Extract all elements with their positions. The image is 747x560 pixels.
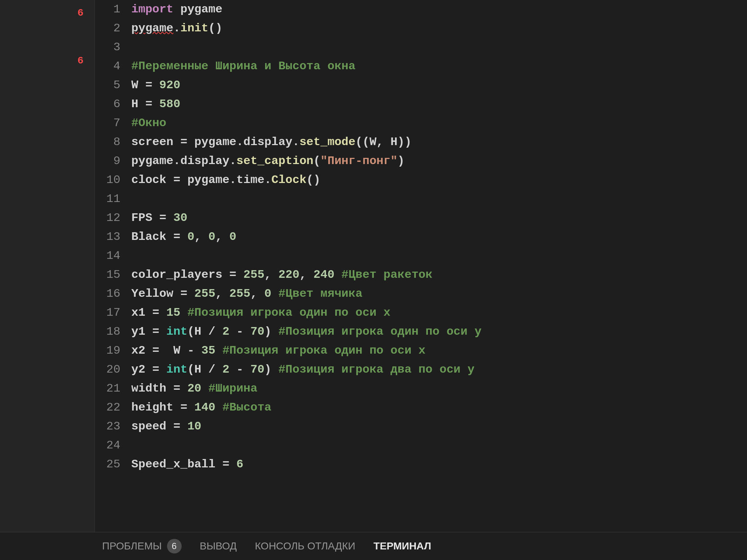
- code-token: .: [173, 154, 180, 168]
- code-token: screen: [131, 135, 180, 149]
- code-token: #Цвет ракеток: [341, 268, 433, 281]
- code-line[interactable]: color_players = 255, 220, 240 #Цвет раке…: [131, 265, 747, 284]
- code-token: #Переменные Ширина и Высота окна: [131, 59, 356, 73]
- code-token: 140: [194, 401, 216, 414]
- code-line[interactable]: Black = 0, 0, 0: [131, 228, 747, 246]
- code-line[interactable]: [131, 190, 747, 209]
- code-line[interactable]: height = 140 #Высота: [131, 398, 747, 417]
- code-token: y2: [131, 363, 152, 376]
- code-token: x2: [131, 344, 152, 357]
- problems-sidebar: 6 6: [0, 0, 95, 532]
- code-token: ): [264, 363, 278, 376]
- code-token: Clock: [271, 173, 306, 187]
- code-content[interactable]: import pygamepygame.init()#Переменные Ши…: [131, 0, 747, 474]
- code-line[interactable]: pygame.init(): [131, 19, 747, 38]
- code-line[interactable]: x1 = 15 #Позиция игрока один по оси х: [131, 303, 747, 322]
- code-token: #Окно: [131, 116, 166, 130]
- code-token: 20: [187, 382, 201, 395]
- line-number: 12: [95, 209, 120, 228]
- code-token: speed: [131, 420, 173, 433]
- code-token: ,: [299, 268, 313, 281]
- code-token: 240: [313, 268, 334, 281]
- code-token: 70: [250, 325, 264, 338]
- code-token: #Позиция игрока один по оси у: [278, 325, 481, 338]
- code-token: ,: [264, 268, 278, 281]
- code-token: [180, 306, 187, 319]
- code-line[interactable]: [131, 436, 747, 455]
- code-editor[interactable]: 1234567891011121314151617181920212223242…: [95, 0, 747, 532]
- tab-output-label: ВЫВОД: [200, 540, 237, 552]
- code-line[interactable]: screen = pygame.display.set_mode((W, H)): [131, 133, 747, 152]
- code-line[interactable]: speed = 10: [131, 417, 747, 436]
- tab-problems-label: ПРОБЛЕМЫ: [102, 540, 162, 552]
- code-line[interactable]: H = 580: [131, 95, 747, 114]
- code-token: =: [145, 78, 159, 92]
- code-token: -: [229, 363, 251, 376]
- code-line[interactable]: y2 = int(H / 2 - 70) #Позиция игрока два…: [131, 360, 747, 379]
- code-token: color_players: [131, 268, 229, 281]
- line-number: 18: [95, 322, 120, 341]
- line-number: 3: [95, 38, 120, 57]
- code-token: 0: [208, 230, 215, 244]
- code-token: H: [131, 97, 145, 111]
- code-line[interactable]: y1 = int(H / 2 - 70) #Позиция игрока оди…: [131, 322, 747, 341]
- line-number: 24: [95, 436, 120, 455]
- code-line[interactable]: #Окно: [131, 114, 747, 133]
- code-line[interactable]: Speed_x_ball = 6: [131, 455, 747, 474]
- code-line[interactable]: FPS = 30: [131, 209, 747, 228]
- code-token: pygame: [187, 173, 229, 187]
- problem-count-badge-1: 6: [0, 7, 94, 19]
- code-line[interactable]: [131, 38, 747, 57]
- code-token: ,: [215, 287, 229, 300]
- line-number: 8: [95, 133, 120, 152]
- code-token: set_mode: [299, 135, 356, 149]
- code-token: (: [313, 154, 320, 168]
- code-token: height: [131, 401, 180, 414]
- tab-problems[interactable]: ПРОБЛЕМЫ 6: [102, 539, 182, 553]
- code-token: =: [222, 458, 236, 471]
- code-token: (): [306, 173, 320, 187]
- code-line[interactable]: width = 20 #Ширина: [131, 379, 747, 398]
- code-token: ): [398, 154, 405, 168]
- code-line[interactable]: pygame.display.set_caption("Пинг-понг"): [131, 152, 747, 171]
- code-token: 920: [159, 78, 181, 92]
- code-token: #Ширина: [208, 382, 257, 395]
- line-number: 16: [95, 284, 120, 303]
- code-line[interactable]: import pygame: [131, 0, 747, 19]
- tab-terminal[interactable]: ТЕРМИНАЛ: [374, 540, 431, 552]
- code-token: .: [264, 173, 271, 187]
- code-token: =: [229, 268, 243, 281]
- code-token: 580: [159, 97, 181, 111]
- code-token: 255: [243, 268, 264, 281]
- code-token: =: [173, 382, 187, 395]
- line-number: 21: [95, 379, 120, 398]
- code-token: y1: [131, 325, 152, 338]
- code-token: [271, 287, 278, 300]
- line-number: 4: [95, 57, 120, 76]
- code-token: =: [152, 363, 166, 376]
- tab-debug-console[interactable]: КОНСОЛЬ ОТЛАДКИ: [255, 540, 355, 552]
- code-token: "Пинг-понг": [320, 154, 397, 168]
- code-line[interactable]: x2 = W - 35 #Позиция игрока один по оси …: [131, 341, 747, 360]
- code-token: #Позиция игрока один по оси х: [222, 344, 426, 357]
- code-line[interactable]: clock = pygame.time.Clock(): [131, 171, 747, 190]
- code-token: ,: [215, 230, 229, 244]
- code-token: 35: [201, 344, 215, 357]
- code-line[interactable]: Yellow = 255, 255, 0 #Цвет мячика: [131, 284, 747, 303]
- code-token: 30: [173, 211, 187, 225]
- code-token: pygame: [180, 3, 222, 16]
- tab-output[interactable]: ВЫВОД: [200, 540, 237, 552]
- code-line[interactable]: [131, 246, 747, 265]
- code-token: 15: [166, 306, 180, 319]
- code-token: .: [173, 22, 180, 35]
- line-number-gutter: 1234567891011121314151617181920212223242…: [95, 0, 131, 474]
- code-token: width: [131, 382, 173, 395]
- code-token: =: [173, 230, 187, 244]
- code-token: clock: [131, 173, 173, 187]
- code-token: #Позиция игрока два по оси у: [278, 363, 475, 376]
- code-token: =: [145, 97, 159, 111]
- line-number: 9: [95, 152, 120, 171]
- code-line[interactable]: W = 920: [131, 76, 747, 95]
- code-line[interactable]: #Переменные Ширина и Высота окна: [131, 57, 747, 76]
- code-token: .: [229, 173, 236, 187]
